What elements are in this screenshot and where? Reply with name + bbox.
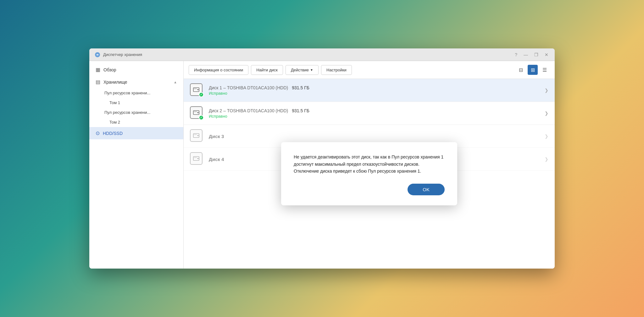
window-controls: ? — ❐ ✕ — [514, 52, 550, 58]
disk-icon-wrap-2 — [190, 106, 204, 120]
dialog-ok-button[interactable]: OK — [408, 184, 445, 195]
status-info-button[interactable]: Информация о состоянии — [189, 65, 248, 75]
app-icon — [94, 52, 101, 58]
minimize-button[interactable]: — — [522, 52, 529, 58]
main-layout: ▦ Обзор ▤ Хранилище ▲ Пул ресурсов хране… — [89, 61, 555, 269]
sidebar: ▦ Обзор ▤ Хранилище ▲ Пул ресурсов хране… — [89, 61, 184, 269]
sidebar-section-storage[interactable]: ▤ Хранилище ▲ — [89, 76, 183, 88]
disk-row-header-2: Диск 2 – TOSHIBA DT01ACA100 (HDD) 931.5 … — [209, 108, 540, 113]
window-title: Диспетчер хранения — [103, 52, 514, 57]
grid-view-button[interactable]: ⊞ — [528, 65, 538, 75]
chevron-down-icon-3: ❯ — [545, 134, 548, 139]
hdd-icon: ⊙ — [96, 130, 100, 136]
close-button[interactable]: ✕ — [543, 52, 550, 58]
disk-status-badge-1 — [199, 92, 204, 97]
disk-info-1: Диск 1 – TOSHIBA DT01ACA100 (HDD) 931.5 … — [209, 85, 540, 96]
disk-icon-wrap-4 — [190, 152, 204, 166]
sidebar-item-pool1[interactable]: Пул ресурсов хранени... — [89, 88, 183, 98]
disk-status-text-2: Исправно — [209, 114, 540, 119]
svg-point-11 — [197, 158, 199, 159]
disk-size-2: 931.5 ГБ — [292, 108, 309, 113]
disk-row-header-1: Диск 1 – TOSHIBA DT01ACA100 (HDD) 931.5 … — [209, 85, 540, 90]
chevron-down-icon-1: ❯ — [545, 88, 548, 93]
disk-size-1: 931.5 ГБ — [292, 85, 309, 90]
chevron-down-icon-2: ❯ — [545, 111, 548, 116]
action-label: Действие — [291, 68, 309, 72]
sidebar-item-tom2[interactable]: Том 2 — [89, 117, 183, 127]
overview-icon: ▦ — [96, 67, 100, 73]
disk-info-2: Диск 2 – TOSHIBA DT01ACA100 (HDD) 931.5 … — [209, 108, 540, 119]
titlebar: Диспетчер хранения ? — ❐ ✕ — [89, 48, 555, 61]
sidebar-item-tom1[interactable]: Том 1 — [89, 98, 183, 108]
settings-button[interactable]: Настройки — [321, 65, 352, 75]
disk-name-1: Диск 1 – TOSHIBA DT01ACA100 (HDD) — [209, 85, 288, 90]
svg-point-2 — [197, 89, 199, 90]
disk-row-header-3: Диск 3 — [209, 134, 540, 139]
disk-icon-wrap-3 — [190, 129, 204, 143]
sidebar-storage-label: Хранилище — [103, 80, 127, 85]
app-window: Диспетчер хранения ? — ❐ ✕ ▦ Обзор ▤ Хра… — [89, 48, 555, 269]
sidebar-item-hdd[interactable]: ⊙ HDD/SSD — [89, 127, 183, 139]
pool1-label: Пул ресурсов хранени... — [104, 91, 150, 95]
storage-icon: ▤ — [96, 79, 100, 85]
tom1-label: Том 1 — [109, 100, 120, 105]
disk-name-4: Диск 4 — [209, 157, 224, 162]
toolbar: Информация о состоянии Найти диск Действ… — [184, 61, 555, 79]
disk-list: Диск 1 – TOSHIBA DT01ACA100 (HDD) 931.5 … — [184, 79, 555, 269]
chevron-up-icon: ▲ — [174, 80, 177, 84]
filter-button[interactable]: ⊟ — [516, 65, 526, 75]
toolbar-right: ⊟ ⊞ ☰ — [516, 65, 550, 75]
disk-status-text-1: Исправно — [209, 91, 540, 96]
action-button[interactable]: Действие ▼ — [286, 65, 319, 75]
list-icon: ☰ — [542, 67, 547, 73]
dialog-actions: OK — [294, 184, 445, 195]
chevron-down-icon-4: ❯ — [545, 157, 548, 162]
error-dialog: Не удается деактивировать этот диск, так… — [281, 142, 457, 205]
disk-name-2: Диск 2 – TOSHIBA DT01ACA100 (HDD) — [209, 108, 288, 113]
disk-icon-3 — [190, 129, 203, 142]
pool2-label: Пул ресурсов хранени... — [104, 110, 150, 115]
disk-row-2[interactable]: Диск 2 – TOSHIBA DT01ACA100 (HDD) 931.5 … — [184, 102, 555, 125]
svg-point-5 — [197, 112, 199, 113]
help-button[interactable]: ? — [514, 52, 519, 58]
content-area: Информация о состоянии Найти диск Действ… — [184, 61, 555, 269]
maximize-button[interactable]: ❐ — [533, 52, 540, 58]
dropdown-arrow-icon: ▼ — [310, 68, 313, 72]
sidebar-item-pool2[interactable]: Пул ресурсов хранени... — [89, 108, 183, 117]
list-view-button[interactable]: ☰ — [540, 65, 550, 75]
disk-name-3: Диск 3 — [209, 134, 224, 139]
dialog-message: Не удается деактивировать этот диск, так… — [294, 153, 445, 175]
svg-point-8 — [197, 135, 199, 136]
find-disk-button[interactable]: Найти диск — [251, 65, 283, 75]
hdd-label: HDD/SSD — [103, 131, 123, 136]
sidebar-item-label: Обзор — [103, 67, 116, 72]
disk-icon-4 — [190, 152, 203, 165]
disk-info-3: Диск 3 — [209, 134, 540, 139]
disk-row-1[interactable]: Диск 1 – TOSHIBA DT01ACA100 (HDD) 931.5 … — [184, 79, 555, 102]
grid-icon: ⊞ — [531, 67, 535, 73]
disk-icon-wrap-1 — [190, 83, 204, 97]
filter-icon: ⊟ — [519, 67, 523, 73]
sidebar-item-overview[interactable]: ▦ Обзор — [89, 64, 183, 76]
tom2-label: Том 2 — [109, 120, 120, 125]
disk-status-badge-2 — [199, 115, 204, 120]
